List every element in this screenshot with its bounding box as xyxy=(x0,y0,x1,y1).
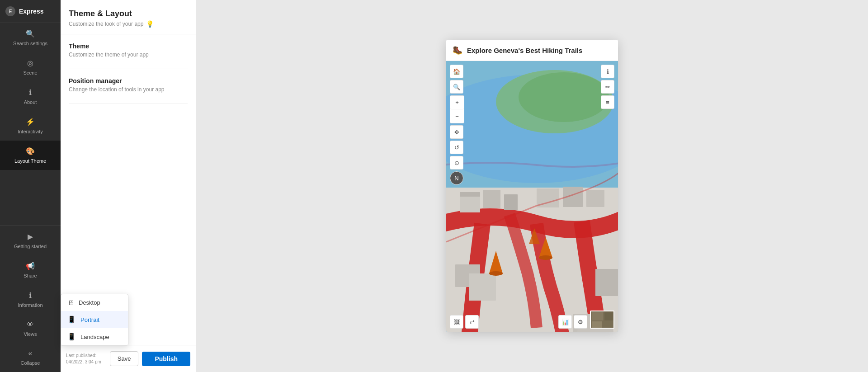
swap-button[interactable]: ⇄ xyxy=(465,315,479,329)
svg-rect-23 xyxy=(592,312,603,320)
map-header-emoji: 🥾 xyxy=(453,45,462,55)
sidebar-item-scene[interactable]: ◎ Scene xyxy=(0,52,61,82)
info-button[interactable]: ℹ xyxy=(601,65,614,78)
publish-info: Last published: 04/2022, 3:04 pm xyxy=(66,353,106,365)
compass-button[interactable]: N xyxy=(450,171,463,185)
sidebar-item-getting-started[interactable]: ▶ Getting started xyxy=(0,226,61,255)
publish-button[interactable]: Publish xyxy=(142,352,190,366)
sidebar-item-about[interactable]: ℹ About xyxy=(0,82,61,111)
bottom-bar: Last published: 04/2022, 3:04 pm Save Pu… xyxy=(61,345,196,372)
middle-header: Theme & Layout Customize the look of you… xyxy=(61,0,196,34)
theme-description: Customize the theme of your app xyxy=(69,52,188,58)
map-header: 🥾 Explore Geneva's Best Hiking Trails xyxy=(446,40,618,61)
save-button[interactable]: Save xyxy=(110,351,139,366)
subtitle-text: Customize the look of your app xyxy=(69,21,143,27)
svg-point-20 xyxy=(539,255,552,260)
home-button[interactable]: 🏠 xyxy=(450,65,463,78)
portrait-icon: 📱 xyxy=(67,315,76,324)
device-dropdown: 🖥 Desktop 📱 Portrait 📱 Landscape xyxy=(61,294,128,346)
scene-icon: ◎ xyxy=(27,59,33,67)
theme-section[interactable]: Theme Customize the theme of your app xyxy=(69,42,188,58)
settings-button[interactable]: ⚙ xyxy=(574,315,587,329)
published-date: 04/2022, 3:04 pm xyxy=(66,359,101,364)
information-icon: ℹ xyxy=(29,291,32,300)
sidebar-item-label: Collapse xyxy=(21,360,40,366)
dropdown-item-landscape[interactable]: 📱 Landscape xyxy=(61,328,128,345)
getting-started-icon: ▶ xyxy=(28,232,33,241)
sidebar-item-label: Share xyxy=(24,273,37,278)
sidebar-item-collapse[interactable]: « Collapse xyxy=(0,343,61,372)
svg-rect-7 xyxy=(483,190,500,208)
sidebar-item-theme-layout[interactable]: 🎨 Layout Theme xyxy=(0,141,61,170)
gallery-button[interactable]: 🖼 xyxy=(450,315,463,329)
sidebar-item-label: Scene xyxy=(23,70,37,75)
views-icon: 👁 xyxy=(27,320,34,329)
map-controls-right: ℹ ✏ ≡ xyxy=(601,65,614,109)
sidebar-item-share[interactable]: 📢 Share xyxy=(0,255,61,285)
sidebar-item-interactivity[interactable]: ⚡ Interactivity xyxy=(0,111,61,141)
interactivity-icon: ⚡ xyxy=(26,118,35,126)
rotate-button[interactable]: ↺ xyxy=(450,141,463,154)
svg-rect-6 xyxy=(460,197,480,212)
desktop-icon: 🖥 xyxy=(67,299,74,306)
chart-button[interactable]: 📊 xyxy=(558,315,572,329)
dropdown-item-desktop[interactable]: 🖥 Desktop xyxy=(61,294,128,311)
sidebar-item-views[interactable]: 👁 Views xyxy=(0,314,61,343)
section-divider-1 xyxy=(69,69,188,69)
position-manager-title: Position manager xyxy=(69,77,188,85)
sidebar-item-search-settings[interactable]: 🔍 Search settings xyxy=(0,23,61,52)
theme-title: Theme xyxy=(69,42,188,50)
pan-button[interactable]: ✥ xyxy=(450,125,463,139)
zoom-control-group: + − xyxy=(450,95,464,123)
location-button[interactable]: ⊙ xyxy=(450,156,463,170)
svg-rect-8 xyxy=(504,194,518,210)
menu-button[interactable]: ≡ xyxy=(601,95,614,109)
section-divider-2 xyxy=(69,104,188,104)
collapse-icon: « xyxy=(28,349,33,358)
zoom-out-button[interactable]: − xyxy=(450,109,464,123)
svg-rect-26 xyxy=(603,321,614,329)
sidebar-item-label: Views xyxy=(24,331,37,337)
sidebar-item-information[interactable]: ℹ Information xyxy=(0,285,61,314)
main-area: 🥾 Explore Geneva's Best Hiking Trails xyxy=(196,0,868,372)
share-icon: 📢 xyxy=(26,262,35,270)
dropdown-label: Portrait xyxy=(80,316,99,323)
map-controls-bottom-left: 🖼 ⇄ xyxy=(450,315,479,329)
position-manager-section[interactable]: Position manager Change the location of … xyxy=(69,77,188,93)
middle-panel: Theme & Layout Customize the look of you… xyxy=(61,0,196,372)
lightbulb-icon: 💡 xyxy=(146,20,154,28)
sidebar-item-label: Layout Theme xyxy=(14,158,46,164)
svg-point-18 xyxy=(489,271,503,276)
svg-rect-11 xyxy=(586,190,604,207)
app-title: Express xyxy=(19,8,43,15)
sidebar-item-label: Search settings xyxy=(13,41,47,46)
sidebar-item-label: Getting started xyxy=(14,244,47,249)
svg-rect-25 xyxy=(592,321,602,329)
search-icon: 🔍 xyxy=(26,29,35,38)
theme-layout-icon: 🎨 xyxy=(26,147,35,155)
published-text: Last published: xyxy=(66,353,96,358)
search-map-button[interactable]: 🔍 xyxy=(450,80,463,94)
map-header-title: Explore Geneva's Best Hiking Trails xyxy=(467,47,582,54)
sidebar: E Express 🔍 Search settings ◎ Scene ℹ Ab… xyxy=(0,0,61,372)
sidebar-bottom: ▶ Getting started 📢 Share ℹ Information … xyxy=(0,226,61,372)
landscape-icon: 📱 xyxy=(67,333,76,341)
app-icon: E xyxy=(5,6,15,16)
satellite-thumbnail xyxy=(590,311,614,329)
dropdown-item-portrait[interactable]: 📱 Portrait xyxy=(61,311,128,328)
map-controls-bottom-right: 📊 ⚙ xyxy=(558,315,587,329)
svg-rect-24 xyxy=(604,312,614,320)
dropdown-label: Landscape xyxy=(80,334,109,340)
svg-rect-14 xyxy=(595,269,618,296)
edit-button[interactable]: ✏ xyxy=(601,80,614,94)
map-scene-svg xyxy=(446,61,618,332)
svg-point-3 xyxy=(519,72,609,122)
zoom-in-button[interactable]: + xyxy=(450,96,464,109)
sidebar-item-label: About xyxy=(24,99,37,105)
map-preview: 🥾 Explore Geneva's Best Hiking Trails xyxy=(446,40,618,332)
sidebar-header: E Express xyxy=(0,0,61,23)
dropdown-label: Desktop xyxy=(79,299,100,306)
sidebar-item-label: Interactivity xyxy=(18,129,43,134)
position-manager-description: Change the location of tools in your app xyxy=(69,86,188,93)
about-icon: ℹ xyxy=(29,88,32,97)
